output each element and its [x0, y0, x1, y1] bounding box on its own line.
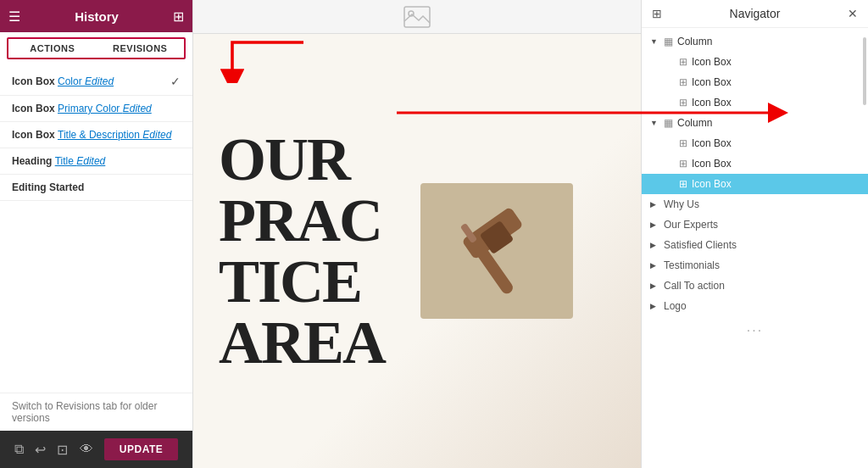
history-item[interactable]: Icon Box Color Edited ✓ — [0, 68, 192, 96]
nav-section-logo[interactable]: ▶ Logo — [642, 296, 868, 316]
history-item-text: Icon Box Color Edited — [12, 75, 170, 87]
toggle-arrow: ▶ — [650, 220, 662, 229]
nav-item-iconbox1[interactable]: ⊞ Icon Box — [642, 52, 868, 72]
widget-name: Icon Box — [12, 75, 58, 87]
hamburger-icon[interactable]: ☰ — [8, 8, 20, 25]
history-item[interactable]: Icon Box Title & Description Edited — [0, 122, 192, 148]
section-label: Call To action — [664, 280, 725, 292]
nav-item-label: Icon Box — [692, 97, 860, 109]
nav-section-call-to-action[interactable]: ▶ Call To action — [642, 276, 868, 296]
undo-icon[interactable]: ↩ — [35, 442, 46, 458]
toggle-arrow: ▶ — [650, 241, 662, 249]
iconbox-icon: ⊞ — [679, 97, 687, 109]
widget-name: Icon Box — [12, 129, 58, 141]
practice-area-text: OUR PRAC TICE AREA — [193, 112, 410, 390]
right-panel: ⊞ Navigator ✕ ▼ ▦ Column ⊞ Icon Box ⊞ Ic… — [641, 0, 868, 468]
tabs-bar: ACTIONS REVISIONS — [7, 37, 186, 59]
nav-dots: ... — [642, 316, 868, 338]
section-label: Satisfied Clients — [664, 239, 737, 251]
check-icon: ✓ — [170, 75, 181, 88]
nav-item-iconbox2[interactable]: ⊞ Icon Box — [642, 72, 868, 92]
nav-item-iconbox4[interactable]: ⊞ Icon Box — [642, 133, 868, 153]
tab-revisions[interactable]: REVISIONS — [97, 39, 185, 58]
scrollbar[interactable] — [863, 37, 866, 105]
nav-section-our-experts[interactable]: ▶ Our Experts — [642, 214, 868, 235]
switch-revisions-text: Switch to Revisions tab for older versio… — [0, 393, 192, 431]
nav-item-column2[interactable]: ▼ ▦ Column — [642, 113, 868, 133]
canvas-content: OUR PRAC TICE AREA — [193, 34, 641, 468]
toggle-arrow: ▶ — [650, 200, 662, 209]
nav-item-label: Column — [677, 117, 860, 129]
nav-header: ⊞ Navigator ✕ — [642, 0, 868, 28]
iconbox-icon: ⊞ — [679, 158, 687, 170]
widget-name: Heading — [12, 155, 55, 167]
nav-section-satisfied-clients[interactable]: ▶ Satisfied Clients — [642, 235, 868, 255]
panel-title: History — [20, 9, 173, 24]
editing-started-label: Editing Started — [12, 181, 84, 193]
editing-started-item[interactable]: Editing Started — [0, 175, 192, 201]
nav-close-icon[interactable]: ✕ — [848, 7, 858, 20]
nav-item-label: Icon Box — [692, 137, 860, 149]
toggle-arrow: ▶ — [650, 281, 662, 290]
iconbox-icon: ⊞ — [679, 178, 687, 190]
toggle-arrow: ▼ — [650, 37, 662, 46]
eye-icon[interactable]: 👁 — [80, 442, 93, 457]
action-name[interactable]: Primary Color Edited — [58, 103, 152, 114]
history-item-text: Icon Box Title & Description Edited — [12, 129, 181, 141]
nav-item-label: Icon Box — [692, 158, 860, 170]
nav-expand-icon[interactable]: ⊞ — [652, 7, 662, 20]
column-icon: ▦ — [664, 36, 673, 47]
toggle-arrow: ▶ — [650, 261, 662, 270]
section-label: Our Experts — [664, 219, 718, 231]
history-item[interactable]: Heading Title Edited — [0, 148, 192, 175]
navigator-title: Navigator — [662, 7, 848, 20]
nav-list: ▼ ▦ Column ⊞ Icon Box ⊞ Icon Box ⊞ Icon … — [642, 28, 868, 468]
practice-area-bg: OUR PRAC TICE AREA — [193, 34, 641, 468]
nav-item-iconbox5[interactable]: ⊞ Icon Box — [642, 153, 868, 174]
iconbox-icon: ⊞ — [679, 76, 687, 88]
nav-item-iconbox3[interactable]: ⊞ Icon Box — [642, 92, 868, 113]
update-button[interactable]: UPDATE — [104, 438, 178, 460]
nav-item-iconbox6[interactable]: ⊞ Icon Box — [642, 174, 868, 194]
gavel-image — [420, 183, 573, 319]
canvas-image-placeholder — [403, 0, 431, 34]
action-name[interactable]: Title & Description Edited — [58, 129, 171, 141]
column-icon: ▦ — [664, 117, 673, 129]
nav-section-testimonials[interactable]: ▶ Testimonials — [642, 255, 868, 276]
nav-item-label: Icon Box — [692, 76, 860, 88]
history-item-text: Editing Started — [12, 181, 181, 193]
main-canvas: OUR PRAC TICE AREA — [193, 0, 641, 468]
toggle-arrow: ▶ — [650, 302, 662, 310]
history-item-text: Heading Title Edited — [12, 155, 181, 167]
section-label: Testimonials — [664, 259, 720, 271]
nav-item-column1[interactable]: ▼ ▦ Column — [642, 31, 868, 52]
nav-item-label: Column — [677, 36, 860, 47]
image-icon — [403, 6, 431, 28]
left-footer: ⧉ ↩ ⊡ 👁 UPDATE — [0, 431, 192, 468]
tab-actions[interactable]: ACTIONS — [8, 39, 97, 58]
redo-icon[interactable]: ⊡ — [57, 442, 68, 458]
gavel-icon — [437, 200, 556, 302]
action-name[interactable]: Title Edited — [55, 155, 106, 167]
nav-item-label: Icon Box — [692, 178, 860, 190]
left-header: ☰ History ⊞ — [0, 0, 192, 32]
nav-section-why-us[interactable]: ▶ Why Us — [642, 194, 868, 214]
toggle-arrow: ▼ — [650, 119, 662, 127]
left-panel: ☰ History ⊞ ACTIONS REVISIONS Icon Box C… — [0, 0, 193, 468]
history-item-text: Icon Box Primary Color Edited — [12, 103, 181, 114]
widget-name: Icon Box — [12, 103, 58, 114]
iconbox-icon: ⊞ — [679, 56, 687, 68]
grid-icon[interactable]: ⊞ — [173, 8, 184, 25]
history-item[interactable]: Icon Box Primary Color Edited — [0, 96, 192, 122]
action-name[interactable]: Color Edited — [58, 75, 114, 87]
section-label: Why Us — [664, 198, 699, 210]
nav-item-label: Icon Box — [692, 56, 860, 68]
layers-icon[interactable]: ⧉ — [14, 442, 24, 457]
section-label: Logo — [664, 300, 687, 312]
canvas-top-bar — [193, 0, 641, 34]
history-list: Icon Box Color Edited ✓ Icon Box Primary… — [0, 64, 192, 393]
iconbox-icon: ⊞ — [679, 137, 687, 149]
